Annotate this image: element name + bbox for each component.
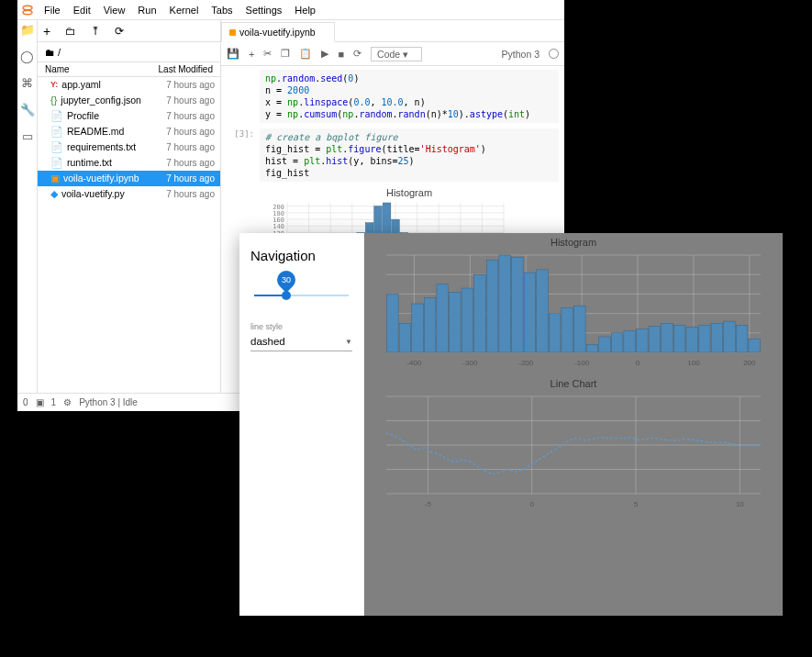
svg-rect-88 [611,333,623,352]
svg-text:-200: -200 [518,359,534,367]
code-cell[interactable]: np.random.seed(0)n = 2000x = np.linspace… [227,70,559,123]
file-row[interactable]: 📄README.md7 hours ago [38,124,220,139]
file-list-header: Name Last Modified [38,62,220,77]
paste-icon[interactable]: 📋 [299,48,312,60]
settings-icon: ⚙ [63,397,72,407]
svg-text:-300: -300 [462,359,478,367]
svg-rect-76 [462,288,473,352]
file-toolbar: + 🗀 ⤒ ⟳ [38,20,220,42]
menu-settings[interactable]: Settings [239,5,289,16]
commands-icon[interactable]: ⌘ [21,76,33,90]
new-launcher-icon[interactable]: + [43,24,50,39]
svg-rect-75 [450,292,462,352]
chart-title: Histogram [364,237,783,248]
file-type-icon: Y: [50,79,58,91]
voila-linechart: Line Chart -50510 [364,378,783,510]
file-type-icon: ▣ [50,173,60,184]
file-modified: 7 hours ago [166,126,215,138]
svg-rect-87 [599,337,611,352]
restart-icon[interactable]: ⟳ [353,48,362,60]
file-modified: 7 hours ago [166,141,215,153]
col-modified[interactable]: Last Modified [159,64,213,74]
file-modified: 7 hours ago [166,173,215,184]
breadcrumb[interactable]: 🖿 / [38,42,220,62]
add-cell-icon[interactable]: + [249,49,254,60]
menu-edit[interactable]: Edit [67,5,97,16]
file-row[interactable]: 📄requirements.txt7 hours ago [38,139,220,155]
svg-rect-89 [624,331,636,352]
new-folder-icon[interactable]: 🗀 [65,25,76,38]
tabs-icon[interactable]: ▭ [22,129,33,143]
menu-run[interactable]: Run [131,5,162,16]
folder-icon[interactable]: 📁 [20,23,35,37]
svg-point-1 [23,10,32,15]
svg-text:-400: -400 [406,359,422,367]
voila-content: Histogram -400-300-200-1000100200 Line C… [364,233,783,616]
cell-prompt: [3]: [227,128,260,182]
notebook-toolbar: 💾 + ✂ ❐ 📋 ▶ ■ ⟳ Code ▾ Python 3 [221,42,564,66]
file-row[interactable]: ◆voila-vuetify.py7 hours ago [38,186,220,202]
kernel-name[interactable]: Python 3 [502,49,539,60]
slider-thumb[interactable] [282,291,291,300]
file-row[interactable]: {}jupyter_config.json7 hours ago [38,93,220,108]
notebook-icon: ▣ [36,397,44,407]
cut-icon[interactable]: ✂ [263,48,272,60]
run-icon[interactable]: ▶ [321,48,328,60]
refresh-icon[interactable]: ⟳ [115,25,124,38]
file-browser: + 🗀 ⤒ ⟳ 🖿 / Name Last Modified Y:app.yam… [38,20,221,393]
svg-text:0: 0 [636,359,640,367]
notebook-tab[interactable]: voila-vuetify.ipynb [221,22,335,42]
bins-slider[interactable]: 30 [250,274,352,300]
svg-rect-92 [662,323,673,352]
file-name: app.yaml [61,79,101,91]
file-type-icon: 📄 [50,110,63,122]
svg-rect-77 [474,274,486,352]
slider-value: 30 [282,275,291,284]
svg-rect-86 [586,345,598,352]
file-row[interactable]: 📄runtime.txt7 hours ago [38,155,220,171]
select-label: line style [250,322,352,331]
status-line: 1 [51,397,57,407]
menu-help[interactable]: Help [288,5,322,16]
svg-rect-71 [399,323,411,352]
svg-rect-82 [537,270,549,352]
svg-text:5: 5 [634,500,639,508]
menu-view[interactable]: View [97,5,132,16]
save-icon[interactable]: 💾 [227,48,239,60]
menubar: FileEditViewRunKernelTabsSettingsHelp [17,0,564,20]
file-modified: 7 hours ago [166,110,215,122]
file-name: voila-vuetify.ipynb [63,173,139,184]
kernel-status-icon [549,49,559,59]
file-row[interactable]: ▣voila-vuetify.ipynb7 hours ago [38,171,220,186]
tab-bar: voila-vuetify.ipynb [221,20,564,42]
upload-icon[interactable]: ⤒ [91,25,100,38]
file-name: jupyter_config.json [61,95,141,106]
running-icon[interactable]: ◯ [20,50,34,63]
menu-tabs[interactable]: Tabs [205,5,239,16]
svg-rect-94 [686,327,698,352]
svg-rect-95 [699,325,711,352]
svg-text:0: 0 [529,500,534,508]
file-modified: 7 hours ago [166,157,215,169]
svg-rect-96 [711,323,723,352]
file-row[interactable]: 📄Procfile7 hours ago [38,108,220,124]
copy-icon[interactable]: ❐ [281,48,290,60]
slider-balloon: 30 [273,267,299,293]
folder-icon: 🖿 [45,47,55,58]
col-name[interactable]: Name [45,64,70,74]
code-cell[interactable]: [3]: # create a bqplot figurefig_hist = … [227,128,559,182]
svg-rect-84 [562,307,573,352]
stop-icon[interactable]: ■ [338,49,344,60]
svg-text:10: 10 [736,500,744,508]
wrench-icon[interactable]: 🔧 [20,103,35,117]
celltype-select[interactable]: Code ▾ [371,47,422,61]
file-row[interactable]: Y:app.yaml7 hours ago [38,77,220,93]
file-type-icon: 📄 [50,157,63,169]
menu-kernel[interactable]: Kernel [163,5,206,16]
menu-file[interactable]: File [38,5,67,16]
file-list: Y:app.yaml7 hours ago{}jupyter_config.js… [38,77,220,393]
jupyter-logo [17,0,38,20]
linestyle-select[interactable]: dashed ▼ [250,332,352,351]
svg-rect-99 [749,339,761,352]
svg-rect-98 [736,325,748,352]
